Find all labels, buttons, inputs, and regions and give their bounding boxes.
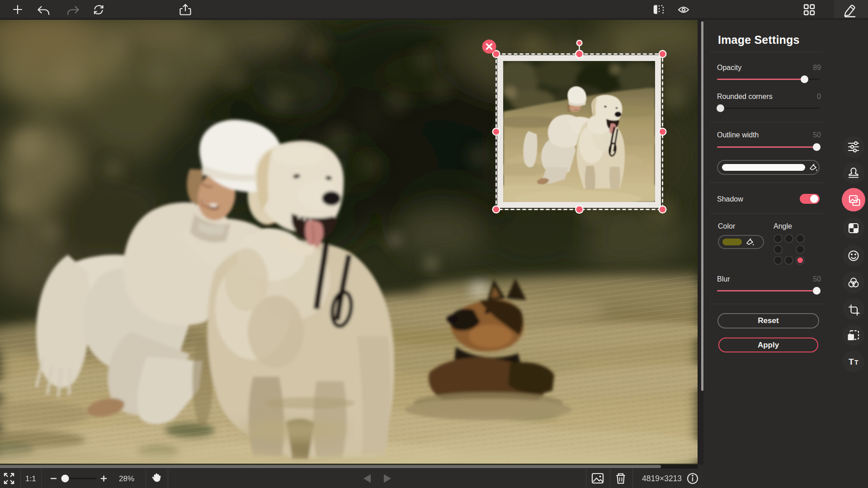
svg-text:T: T <box>849 357 854 366</box>
svg-text:T: T <box>854 359 859 366</box>
svg-text:4819×3213: 4819×3213 <box>642 474 682 483</box>
svg-text:28%: 28% <box>119 474 134 483</box>
svg-text:1:1: 1:1 <box>25 474 36 483</box>
